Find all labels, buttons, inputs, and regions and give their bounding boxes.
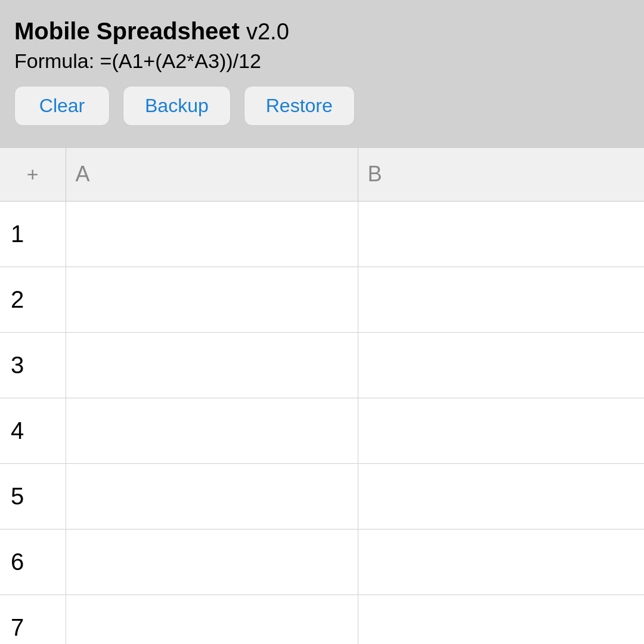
action-button-row: Clear Backup Restore (14, 86, 630, 137)
row-number: 2 (0, 267, 66, 333)
row-number: 1 (0, 202, 66, 267)
cell-a4[interactable] (66, 398, 358, 464)
clear-button[interactable]: Clear (14, 86, 110, 126)
spreadsheet-container: + A B 1234567 (0, 147, 644, 644)
cell-a2[interactable] (66, 267, 358, 333)
cell-a5[interactable] (66, 464, 358, 530)
cell-b1[interactable] (358, 202, 644, 267)
cell-b2[interactable] (358, 267, 644, 333)
cell-b7[interactable] (358, 595, 644, 644)
cell-a7[interactable] (66, 595, 358, 644)
backup-button[interactable]: Backup (123, 86, 231, 126)
col-b-header: B (358, 148, 644, 202)
cell-a1[interactable] (66, 202, 358, 267)
add-column-header[interactable]: + (0, 148, 66, 202)
table-row: 2 (0, 267, 644, 333)
formula-display: Formula: =(A1+(A2*A3))/12 (14, 49, 630, 73)
formula-label: Formula: (14, 49, 94, 72)
table-row: 1 (0, 202, 644, 267)
row-number: 7 (0, 595, 66, 644)
header-section: Mobile Spreadsheet v2.0 Formula: =(A1+(A… (0, 0, 644, 147)
row-number: 4 (0, 398, 66, 464)
app-title-text: Mobile Spreadsheet (14, 18, 246, 44)
row-number: 5 (0, 464, 66, 530)
cell-b6[interactable] (358, 530, 644, 595)
cell-a6[interactable] (66, 530, 358, 595)
restore-button[interactable]: Restore (244, 86, 355, 126)
table-row: 3 (0, 333, 644, 398)
formula-value: =(A1+(A2*A3))/12 (100, 49, 261, 72)
cell-b3[interactable] (358, 333, 644, 398)
column-header-row: + A B (0, 148, 644, 202)
app-title: Mobile Spreadsheet v2.0 (14, 17, 630, 46)
table-row: 5 (0, 464, 644, 530)
spreadsheet-table: + A B 1234567 (0, 148, 644, 644)
table-row: 6 (0, 530, 644, 595)
row-number: 3 (0, 333, 66, 398)
cell-a3[interactable] (66, 333, 358, 398)
row-number: 6 (0, 530, 66, 595)
cell-b4[interactable] (358, 398, 644, 464)
table-row: 7 (0, 595, 644, 644)
table-row: 4 (0, 398, 644, 464)
cell-b5[interactable] (358, 464, 644, 530)
col-a-header: A (66, 148, 358, 202)
app-version: v2.0 (246, 19, 289, 44)
